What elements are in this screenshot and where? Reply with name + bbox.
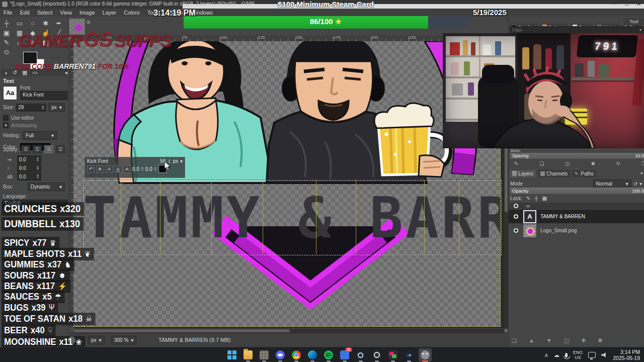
layer-name[interactable]: TAMMY & BARREN (540, 214, 585, 219)
fuzzy-select-tool-icon[interactable]: ✱ (41, 20, 50, 28)
visibility-eye-icon[interactable] (513, 214, 519, 219)
chevron-down-icon[interactable]: ▾ (180, 158, 183, 164)
menu-view[interactable]: View (60, 10, 72, 16)
justify-center-button[interactable]: ☰ (44, 145, 53, 153)
justify-right-button[interactable]: ☰ (33, 145, 42, 153)
image-tab-close-icon[interactable]: ⊠ (87, 20, 91, 25)
indent-spinner[interactable]: ▲▼ (36, 157, 39, 162)
speaker-icon[interactable] (601, 352, 607, 357)
messaging-app-icon[interactable]: 21 (338, 348, 351, 361)
mode-reset-icon[interactable]: ↺ (633, 181, 637, 187)
delete-layer-icon[interactable]: ✖ (598, 337, 602, 344)
size-input[interactable]: 29 ▲▼ (16, 104, 46, 112)
maximize-button[interactable]: □ (625, 1, 628, 7)
menu-select[interactable]: Select (37, 10, 53, 16)
sharex-icon[interactable]: ➜ (403, 348, 416, 361)
duplicate-layer-icon[interactable]: ◫ (564, 337, 569, 344)
chrome-icon[interactable] (290, 348, 303, 361)
rect-select-tool-icon[interactable]: ▭ (15, 20, 24, 28)
tab-channels[interactable]: Channels (538, 170, 570, 177)
layer-name[interactable]: Logo_Small.png (540, 228, 577, 233)
panel-collapse-icon[interactable]: ◂ (640, 170, 642, 177)
lock-alpha-icon[interactable]: ▩ (542, 196, 546, 201)
popup-clear-style-button[interactable]: ↶ (87, 165, 95, 173)
opacity-slider[interactable]: Opacity 100.0 (510, 188, 644, 194)
brush-filter-input[interactable] (510, 28, 639, 33)
tab-paths[interactable]: ✎ Paths (572, 170, 596, 177)
status-unit-select[interactable]: px ▾ (88, 336, 105, 344)
popup-bold-button[interactable]: A (96, 165, 104, 173)
onedrive-cloud-icon[interactable]: ☁ (554, 352, 559, 358)
duplicate-brush-icon[interactable]: ◫ (565, 161, 570, 166)
display-icon[interactable] (588, 352, 596, 358)
hinting-select[interactable]: Full ▾ (23, 131, 57, 140)
popup-baseline-value[interactable]: 0.0 (132, 166, 139, 172)
mode-select[interactable]: Normal ▾ (593, 179, 631, 188)
refresh-brushes-icon[interactable]: ↻ (616, 161, 620, 166)
chat-app-icon[interactable] (386, 348, 399, 361)
letter-spacing-input[interactable]: 0.0 ▲▼ (17, 172, 41, 180)
zoom-tool-icon[interactable]: ⊙ (2, 48, 11, 56)
chevron-down-icon[interactable]: ▾ (639, 181, 642, 187)
close-button[interactable]: ✕ (636, 1, 641, 7)
canvas-navigation-button[interactable]: ✛ (504, 329, 508, 333)
ellipse-select-tool-icon[interactable]: ○ (28, 20, 37, 28)
popup-underline-button[interactable]: A (114, 165, 122, 173)
paintbrush-tool-icon[interactable]: ✎ (2, 39, 11, 47)
file-explorer-icon[interactable] (242, 348, 255, 361)
edit-brush-icon[interactable]: ✎ (514, 161, 518, 166)
antialiasing-checkbox[interactable]: ✕ (3, 123, 9, 128)
justify-left-button[interactable]: ☰ (21, 145, 30, 153)
lock-pixels-icon[interactable]: ✎ (526, 196, 530, 201)
box-select[interactable]: Dynamic ▾ (28, 183, 65, 191)
layer-row-tammy-barren[interactable]: A TAMMY & BARREN (509, 210, 644, 223)
anchor-layer-icon[interactable]: ✚ (581, 337, 586, 344)
popup-strikethrough-button[interactable]: A (123, 165, 131, 173)
tool-options-tab-icon[interactable]: ◑ (4, 70, 8, 76)
text-layer-bounding-box[interactable] (83, 180, 502, 255)
open-brush-icon[interactable]: ❐ (641, 161, 644, 166)
line-spacing-input[interactable]: 0.0 ▲▼ (17, 164, 41, 172)
minimize-button[interactable]: — (611, 1, 617, 7)
popup-unit[interactable]: px (173, 158, 178, 164)
font-field[interactable]: Kick Font (20, 91, 70, 100)
status-zoom-select[interactable]: 300 % ▾ (111, 336, 136, 344)
size-spinner[interactable]: ▲▼ (41, 105, 44, 110)
menu-layer[interactable]: Layer (103, 10, 117, 16)
justify-fill-button[interactable]: ☰ (56, 145, 65, 153)
raise-layer-icon[interactable]: ▲ (529, 337, 534, 344)
letter-spacing-spinner[interactable]: ▲▼ (36, 174, 39, 179)
horizontal-scrollbar-thumb[interactable] (73, 329, 290, 332)
indent-input[interactable]: 0.0 ▲▼ (17, 155, 41, 163)
start-button[interactable] (225, 348, 238, 361)
edge-icon[interactable] (306, 348, 319, 361)
tray-chevron-icon[interactable]: ∧ (544, 352, 548, 358)
paths-tool-icon[interactable]: ✒ (54, 20, 63, 28)
new-brush-icon[interactable]: ❏ (539, 161, 544, 166)
move-tool-icon[interactable]: ┼ (2, 20, 11, 28)
menu-image[interactable]: Image (79, 10, 95, 16)
lower-layer-icon[interactable]: ▼ (546, 337, 552, 344)
menu-colors[interactable]: Colors (124, 10, 140, 16)
popup-kerning-value[interactable]: 0.0 (145, 166, 152, 172)
visibility-eye-icon[interactable] (513, 228, 519, 233)
canvas-viewport[interactable]: TAMMY & BARREN Kick Font 56 ▲▼ px ▾ ↶ A … (73, 41, 504, 328)
horizontal-scrollbar[interactable] (73, 329, 504, 333)
menu-file[interactable]: File (4, 10, 13, 16)
lock-position-icon[interactable]: ┼ (534, 196, 538, 201)
popup-italic-button[interactable]: A (105, 165, 113, 173)
popup-baseline-spinner[interactable]: ▲▼ (141, 166, 144, 171)
chevron-down-icon[interactable]: ▾ (639, 28, 643, 32)
use-editor-row[interactable]: Use editor (3, 115, 34, 121)
popup-kerning-spinner[interactable]: ▲▼ (154, 166, 157, 171)
steam-icon[interactable] (354, 348, 367, 361)
menu-edit[interactable]: Edit (20, 10, 30, 16)
use-editor-checkbox[interactable] (3, 115, 9, 121)
foreground-color-swatch[interactable] (23, 52, 37, 64)
microphone-icon[interactable] (565, 353, 568, 357)
delete-brush-icon[interactable]: ✖ (591, 161, 595, 166)
tray-clock[interactable]: 3:14 PM 2025-05-19 (613, 349, 640, 361)
layer-row-logo-small[interactable]: Logo_Small.png (509, 224, 644, 237)
crop-tool-icon[interactable]: ▣ (2, 29, 11, 37)
tab-layers[interactable]: Layers (510, 170, 536, 177)
